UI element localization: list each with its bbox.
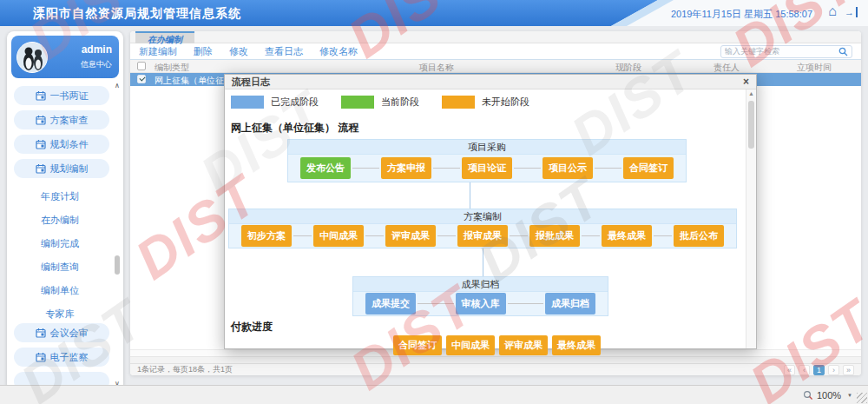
flow-step[interactable]: 发布公告 xyxy=(300,157,351,179)
sidebar-group-item[interactable]: 电子监察 xyxy=(14,348,109,367)
sidebar-subitem[interactable]: 专家库 xyxy=(7,308,113,319)
flow-step[interactable]: 报审成果 xyxy=(457,225,508,247)
payment-step[interactable]: 合同签订 xyxy=(393,335,442,355)
zoom-level: 100% xyxy=(817,390,841,401)
pager-button[interactable]: ‹ xyxy=(799,365,810,375)
select-all-checkbox[interactable] xyxy=(137,62,146,70)
search-icon[interactable] xyxy=(838,47,848,56)
section-connector xyxy=(470,182,470,209)
row-checkbox-checked[interactable] xyxy=(137,75,146,83)
flow-step[interactable]: 批后公布 xyxy=(674,225,724,247)
toolbar-action[interactable]: 修改名称 xyxy=(319,45,358,58)
username: admin xyxy=(81,43,112,56)
pagination-summary: 1条记录，每页18条，共1页 xyxy=(137,364,233,375)
chevron-up-icon[interactable]: ∧ xyxy=(113,82,122,89)
flow-steps: 成果提交 审核入库 成果归档 xyxy=(353,292,608,315)
payment-step[interactable]: 评审成果 xyxy=(499,335,548,355)
step-connector xyxy=(510,235,528,236)
sidebar-subitem[interactable]: 在办编制 xyxy=(7,214,113,225)
step-connector xyxy=(514,168,541,169)
sidebar-group-label: 会议会审 xyxy=(50,327,89,340)
sidebar-subitem[interactable]: 编制完成 xyxy=(7,237,113,248)
toolbar-action[interactable]: 查看日志 xyxy=(265,45,303,58)
step-connector xyxy=(352,168,379,169)
toolbar: 新建编制 删除 修改 查看日志 修改名称 xyxy=(130,43,861,60)
calendar-icon xyxy=(36,115,46,125)
sidebar-group-item[interactable]: 一书两证 xyxy=(14,86,109,105)
calendar-icon xyxy=(36,90,46,101)
pager-button[interactable]: » xyxy=(843,365,854,375)
flow-step[interactable]: 最终成果 xyxy=(602,225,652,247)
sidebar-group-item[interactable]: 规划条件 xyxy=(14,135,109,154)
close-icon[interactable]: × xyxy=(743,76,749,87)
payment-step[interactable]: 最终成果 xyxy=(552,335,601,355)
resize-grip[interactable] xyxy=(857,393,867,403)
step-connector xyxy=(437,235,456,236)
column-header: 现阶段 xyxy=(615,62,641,74)
user-department: 信息中心 xyxy=(81,59,112,70)
flow-step[interactable]: 初步方案 xyxy=(241,225,292,247)
datetime-text: 2019年11月15日 星期五 15:58:07 xyxy=(671,8,812,21)
flow-step[interactable]: 合同签订 xyxy=(623,157,674,179)
sidebar-subitem[interactable]: 年度计划 xyxy=(7,190,113,202)
legend-label: 未开始阶段 xyxy=(482,96,529,109)
sidebar-group-item[interactable]: 方案审查 xyxy=(14,110,109,129)
flow-steps: 发布公告 方案申报 项目论证 项目公示 合同签订 xyxy=(288,155,686,182)
flow-step[interactable]: 评审成果 xyxy=(385,225,436,247)
tab-bar: 在办编制 xyxy=(130,31,861,43)
flow-step[interactable]: 成果提交 xyxy=(365,293,416,315)
pager-button[interactable]: « xyxy=(784,365,795,375)
zoom-dropdown-caret[interactable]: ▼ xyxy=(847,393,852,398)
search-input[interactable] xyxy=(725,47,838,56)
legend-label: 已完成阶段 xyxy=(271,96,319,109)
user-card: admin 信息中心 xyxy=(11,36,119,78)
scrollbar-thumb[interactable] xyxy=(748,101,754,149)
sidebar: admin 信息中心 一书两证 xyxy=(7,31,123,391)
flow-step[interactable]: 报批成果 xyxy=(529,225,580,247)
flow-step[interactable]: 项目公示 xyxy=(542,157,593,179)
logout-icon[interactable]: → xyxy=(845,7,858,17)
pager-button[interactable]: 1 xyxy=(813,365,825,375)
tab-zaibanbianzhi[interactable]: 在办编制 xyxy=(135,31,194,43)
flow-section-title: 方案编制 xyxy=(229,209,736,224)
modal-body: 已完成阶段 当前阶段 未开始阶段 网上征集（单位征集） 流程 项目采购 发布公告 xyxy=(225,89,746,348)
payment-steps: 合同签订 中间成果 评审成果 最终成果 xyxy=(393,335,601,355)
calendar-icon xyxy=(36,328,46,338)
flow-step[interactable]: 方案申报 xyxy=(381,157,431,179)
pager-button[interactable]: › xyxy=(828,365,839,375)
step-connector xyxy=(418,303,454,304)
sidebar-group-label: 规划条件 xyxy=(50,138,89,151)
sidebar-group-label: 一书两证 xyxy=(50,89,89,103)
page: 溧阳市自然资源局规划管理信息系统 2019年11月15日 星期五 15:58:0… xyxy=(0,0,868,404)
modal-title: 流程日志 xyxy=(232,76,270,89)
modal-scrollbar[interactable]: ▲ xyxy=(746,89,756,348)
column-header: 项目名称 xyxy=(419,62,454,74)
toolbar-action[interactable]: 修改 xyxy=(229,45,248,58)
sidebar-group-item[interactable]: 会议会审 xyxy=(14,323,109,342)
home-icon[interactable]: ⌂ xyxy=(828,3,837,19)
top-header: 溧阳市自然资源局规划管理信息系统 2019年11月15日 星期五 15:58:0… xyxy=(0,0,868,26)
legend-label: 当前阶段 xyxy=(381,96,419,109)
sidebar-subitem[interactable]: 编制查询 xyxy=(7,261,113,272)
flow-section-title: 项目采购 xyxy=(288,140,686,155)
sidebar-group-item[interactable]: 规划编制 xyxy=(14,159,109,178)
column-header: 责任人 xyxy=(713,62,740,74)
toolbar-action[interactable]: 删除 xyxy=(194,45,213,58)
column-header: 编制类型 xyxy=(155,62,189,74)
flow-step[interactable]: 审核入库 xyxy=(456,293,506,315)
step-connector xyxy=(508,303,544,304)
legend: 已完成阶段 当前阶段 未开始阶段 xyxy=(231,96,545,109)
step-connector xyxy=(654,235,672,236)
flow-step[interactable]: 项目论证 xyxy=(462,157,512,179)
sidebar-group-label: 电子监察 xyxy=(50,351,89,364)
sidebar-scrollbar[interactable]: ∧ ∨ xyxy=(113,82,122,387)
scroll-up-icon[interactable]: ▲ xyxy=(746,90,756,96)
sidebar-subitem[interactable]: 编制单位 xyxy=(7,284,113,295)
scrollbar-thumb[interactable] xyxy=(115,255,120,275)
step-connector xyxy=(293,235,312,236)
flow-step[interactable]: 成果归档 xyxy=(545,293,595,315)
payment-step[interactable]: 中间成果 xyxy=(446,335,495,355)
toolbar-action[interactable]: 新建编制 xyxy=(139,45,177,58)
flow-step[interactable]: 中间成果 xyxy=(313,225,364,247)
flow-section-procurement: 项目采购 发布公告 方案申报 项目论证 项目公示 xyxy=(287,139,687,182)
